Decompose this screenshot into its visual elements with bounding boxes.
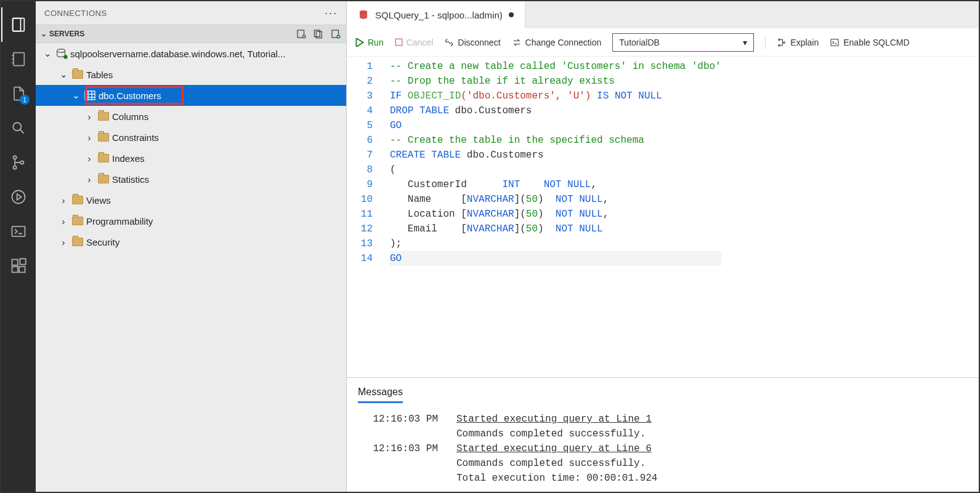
activity-notebooks[interactable] — [1, 42, 36, 76]
activity-terminal[interactable] — [1, 214, 36, 249]
tree-tables[interactable]: ⌄ Tables — [36, 64, 346, 85]
message-time: 12:16:03 PM — [358, 441, 438, 486]
terminal-icon — [830, 38, 840, 47]
activity-connections[interactable] — [1, 7, 36, 42]
activity-source-control[interactable] — [1, 145, 36, 180]
tree-label: Constraints — [112, 132, 159, 143]
tree-programmability[interactable]: › Programmability — [36, 210, 346, 231]
svg-point-8 — [14, 156, 17, 159]
activity-explorer[interactable]: 1 — [1, 76, 36, 111]
folder-icon — [95, 154, 112, 162]
run-label: Run — [368, 38, 384, 47]
svg-point-11 — [12, 191, 25, 204]
code-content: -- Create a new table called 'Customers'… — [381, 57, 721, 377]
cancel-label: Cancel — [407, 38, 434, 47]
panel-title: CONNECTIONS — [44, 9, 107, 18]
panel-more-icon[interactable]: ··· — [325, 7, 338, 20]
folder-icon — [95, 112, 112, 121]
chevron-right-icon: › — [58, 216, 69, 226]
tree-label: sqlpoolservername.database.windows.net, … — [70, 49, 285, 59]
new-group-icon[interactable] — [313, 28, 324, 39]
tree-constraints[interactable]: › Constraints — [36, 127, 346, 148]
activity-debug[interactable] — [1, 180, 36, 214]
tree-label: dbo.Customers — [99, 90, 161, 101]
tree-label: Columns — [112, 111, 148, 122]
explorer-badge: 1 — [20, 95, 30, 105]
side-panel: CONNECTIONS ··· ⌄ SERVERS ⌄ sqlpoolserve… — [36, 1, 347, 492]
chevron-right-icon: › — [84, 111, 95, 122]
activity-bar: 1 — [1, 1, 36, 492]
editor-tab[interactable]: SQLQuery_1 - sqlpoo...ladmin) — [347, 1, 525, 28]
unsaved-dot-icon — [509, 12, 514, 17]
disconnect-icon — [444, 38, 454, 47]
change-connection-label: Change Connection — [525, 38, 602, 47]
chevron-down-icon: ⌄ — [41, 30, 47, 38]
chevron-right-icon: › — [84, 153, 95, 164]
folder-icon — [69, 70, 86, 79]
chevron-right-icon: › — [58, 237, 69, 247]
chevron-down-icon: ⌄ — [58, 69, 69, 80]
database-selected-value: TutorialDB — [619, 38, 660, 47]
play-icon — [355, 38, 364, 47]
folder-icon — [69, 217, 86, 225]
message-text: Started executing query at Line 6 Comman… — [456, 441, 657, 486]
svg-rect-32 — [395, 39, 402, 45]
explain-label: Explain — [790, 38, 819, 47]
tree-views[interactable]: › Views — [36, 190, 346, 210]
chevron-right-icon: › — [58, 195, 69, 206]
tree-statistics[interactable]: › Statistics — [36, 169, 346, 190]
message-time: 12:16:03 PM — [358, 412, 438, 441]
tree-server[interactable]: ⌄ sqlpoolservername.database.windows.net… — [36, 43, 346, 64]
line-gutter: 1234567891011121314 — [347, 57, 381, 377]
chevron-down-icon: ⌄ — [42, 48, 53, 59]
code-editor[interactable]: 1234567891011121314 -- Create a new tabl… — [347, 57, 979, 377]
svg-rect-12 — [12, 226, 25, 236]
svg-rect-2 — [14, 53, 25, 66]
chevron-right-icon: › — [84, 132, 95, 143]
folder-icon — [69, 238, 86, 246]
servers-section-header[interactable]: ⌄ SERVERS — [36, 25, 346, 43]
svg-point-33 — [779, 39, 780, 41]
explain-button[interactable]: Explain — [777, 38, 819, 47]
enable-sqlcmd-button[interactable]: Enable SQLCMD — [830, 38, 909, 47]
messages-panel: Messages 12:16:03 PM Started executing q… — [347, 377, 979, 492]
database-select[interactable]: TutorialDB ▾ — [612, 33, 754, 52]
change-connection-button[interactable]: Change Connection — [512, 38, 602, 47]
panel-title-bar: CONNECTIONS ··· — [36, 1, 346, 25]
swap-icon — [512, 38, 522, 47]
message-text: Started executing query at Line 1 Comman… — [456, 412, 652, 441]
tree-security[interactable]: › Security — [36, 231, 346, 252]
chevron-right-icon: › — [84, 174, 95, 185]
cancel-button[interactable]: Cancel — [395, 38, 434, 47]
query-toolbar: Run Cancel Disconnect Change Connection … — [347, 28, 979, 57]
activity-extensions[interactable] — [1, 249, 36, 283]
tree-label: Security — [86, 237, 119, 247]
tree-indexes[interactable]: › Indexes — [36, 148, 346, 169]
svg-rect-13 — [12, 260, 18, 265]
activity-search[interactable] — [1, 111, 36, 145]
svg-point-23 — [57, 49, 65, 53]
new-connection-icon[interactable] — [296, 28, 307, 39]
tree-label: Views — [86, 195, 111, 206]
svg-point-6 — [13, 122, 21, 130]
tree-columns[interactable]: › Columns — [36, 106, 346, 127]
svg-rect-25 — [85, 91, 95, 100]
tree-label: Statistics — [112, 174, 149, 185]
tree-label: Indexes — [112, 153, 145, 164]
svg-point-35 — [784, 41, 785, 43]
section-title: SERVERS — [49, 30, 84, 38]
svg-point-9 — [14, 166, 17, 169]
tree-dbo-customers[interactable]: ⌄ dbo.Customers — [36, 85, 346, 106]
folder-icon — [95, 133, 112, 142]
messages-tab[interactable]: Messages — [358, 387, 403, 403]
chevron-down-icon: ▾ — [743, 38, 747, 47]
new-query-icon[interactable] — [330, 28, 341, 39]
section-actions — [296, 28, 341, 39]
sqlcmd-label: Enable SQLCMD — [843, 38, 909, 47]
separator — [765, 36, 766, 49]
svg-rect-16 — [20, 259, 25, 264]
disconnect-button[interactable]: Disconnect — [444, 38, 500, 47]
svg-rect-20 — [316, 31, 322, 38]
run-button[interactable]: Run — [355, 38, 384, 47]
server-tree: ⌄ sqlpoolservername.database.windows.net… — [36, 43, 346, 492]
